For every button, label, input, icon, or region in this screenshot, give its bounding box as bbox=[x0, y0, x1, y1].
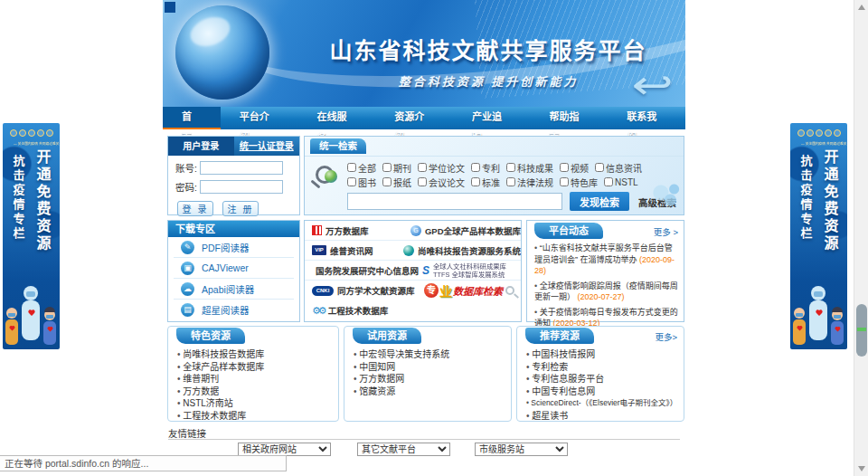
list-item[interactable]: 专利检索 bbox=[526, 361, 680, 374]
gov-websites-select[interactable]: 相关政府网站 bbox=[238, 443, 331, 456]
db-sunway[interactable]: 尚唯科技报告资源服务系统 bbox=[396, 244, 521, 257]
scroll-down-arrow-icon[interactable] bbox=[858, 466, 865, 471]
db-gpd[interactable]: G GPD全球产品样本数据库 bbox=[403, 224, 521, 237]
filter-journal[interactable]: 期刊 bbox=[382, 161, 411, 175]
list-item[interactable]: 中宏领导决策支持系统 bbox=[354, 348, 507, 361]
list-item[interactable]: 万方数据网 bbox=[354, 373, 507, 386]
recommended-resources-title[interactable]: 推荐资源 bbox=[525, 328, 594, 344]
filter-thesis[interactable]: 学位论文 bbox=[418, 161, 465, 175]
download-zone-title: 下载专区 bbox=[168, 221, 299, 237]
db-engineering[interactable]: ⚙⚙ 工程技术数据库 bbox=[305, 304, 415, 317]
db-ttfs[interactable]: S 全球人文社科科研成果库 TTFS 全球智库发展系统 bbox=[415, 262, 513, 279]
epidemic-banner-right[interactable]: — 关注国内疫情 共同渡过难关 — 抗击疫情专栏 开通免费资源 bbox=[790, 123, 847, 349]
filter-all[interactable]: 全部 bbox=[347, 161, 376, 175]
trial-resources-panel: 试用资源 中宏领导决策支持系统 中国知网 万方数据网 馆藏资源 bbox=[344, 326, 512, 422]
browser-scrollbar[interactable] bbox=[854, 0, 868, 476]
nav-item-industry-tracking[interactable]: 产业追踪 bbox=[453, 107, 531, 129]
filter-special-checkbox[interactable] bbox=[560, 177, 569, 186]
recommended-more-link[interactable]: 更多> bbox=[655, 330, 677, 343]
download-item-cajviewer[interactable]: ▣ CAJViewer bbox=[174, 258, 294, 279]
filter-all-checkbox[interactable] bbox=[347, 163, 356, 172]
tab-unified-search[interactable]: 统一检索 bbox=[310, 138, 366, 154]
filter-video[interactable]: 视频 bbox=[560, 161, 589, 175]
list-item[interactable]: 中国知网 bbox=[354, 361, 507, 374]
news-more-link[interactable]: 更多 > bbox=[654, 225, 678, 238]
nav-item-platform-intro[interactable]: 平台介绍 bbox=[221, 107, 298, 129]
list-item[interactable]: 万方数据 bbox=[177, 386, 335, 398]
news-item[interactable]: “山东省科技文献共享服务平台后台管理员培训会” 在淄博成功举办 (2020-09… bbox=[534, 243, 678, 277]
filter-special[interactable]: 特色库 bbox=[560, 176, 598, 189]
filter-newspaper-checkbox[interactable] bbox=[382, 177, 392, 186]
filter-info-checkbox[interactable] bbox=[595, 163, 604, 172]
scrollbar-thumb[interactable] bbox=[856, 304, 867, 357]
filter-conference[interactable]: 会议论文 bbox=[418, 176, 465, 189]
list-item[interactable]: 专利信息服务平台 bbox=[526, 373, 680, 386]
discover-search-button[interactable]: 发现检索 bbox=[570, 192, 629, 211]
filter-standard-checkbox[interactable] bbox=[471, 177, 480, 186]
magnifier-icon bbox=[505, 286, 514, 295]
other-platforms-select[interactable]: 其它文献平台 bbox=[357, 443, 450, 456]
db-vip[interactable]: VIP 维普资讯网 bbox=[305, 244, 396, 257]
filter-achievements[interactable]: 科技成果 bbox=[506, 161, 553, 175]
filter-newspaper[interactable]: 报纸 bbox=[382, 176, 411, 189]
list-item[interactable]: ScienceDirect-（《Elsevier电子期刊全文》） bbox=[526, 397, 680, 410]
epidemic-banner-left[interactable]: — 关注国内疫情 共同渡过难关 — 抗击疫情专栏 开通免费资源 bbox=[3, 123, 60, 349]
db-drc[interactable]: 国务院发展研究中心信息网 bbox=[305, 264, 415, 277]
download-item-chaoxing-reader[interactable]: ▤ 超星阅读器 bbox=[174, 300, 294, 320]
password-input[interactable] bbox=[200, 180, 283, 194]
list-item[interactable]: 中国科技情报网 bbox=[526, 348, 680, 361]
main-content: 山东省科技文献共享服务平台 整合科技资源 提升创新能力 ↩ 首页 平台介绍 在线… bbox=[163, 0, 685, 476]
filter-nstl[interactable]: NSTL bbox=[604, 177, 638, 187]
sunway-logo-icon bbox=[403, 245, 414, 256]
tab-unified-auth-login[interactable]: 统一认证登录 bbox=[234, 137, 300, 156]
featured-resources-title[interactable]: 特色资源 bbox=[176, 328, 245, 344]
nav-item-home[interactable]: 首页 bbox=[163, 107, 221, 129]
filter-patent-checkbox[interactable] bbox=[471, 163, 480, 172]
filter-laws[interactable]: 法律法规 bbox=[506, 176, 553, 189]
filter-video-checkbox[interactable] bbox=[560, 163, 569, 172]
list-item[interactable]: 馆藏资源 bbox=[354, 386, 507, 398]
nav-item-contact-us[interactable]: 联系我们 bbox=[608, 107, 685, 129]
list-item[interactable]: 维普期刊 bbox=[177, 373, 335, 386]
list-item[interactable]: NSTL济南站 bbox=[177, 397, 335, 410]
filter-nstl-checkbox[interactable] bbox=[604, 177, 613, 186]
list-item[interactable]: 中国专利信息网 bbox=[526, 386, 680, 398]
list-item[interactable]: 尚唯科技报告数据库 bbox=[177, 348, 335, 361]
banner-subtitle: — 关注国内疫情 共同渡过难关 — bbox=[801, 141, 836, 147]
password-label: 密码: bbox=[175, 180, 197, 194]
city-stations-select[interactable]: 市级服务站 bbox=[475, 443, 568, 456]
filter-laws-checkbox[interactable] bbox=[506, 177, 515, 186]
list-item[interactable]: 工程技术数据库 bbox=[177, 410, 335, 423]
scroll-up-arrow-icon[interactable] bbox=[858, 5, 865, 10]
db-wanfang[interactable]: 万方数据库 bbox=[305, 224, 403, 237]
filter-books-checkbox[interactable] bbox=[347, 177, 356, 186]
filter-thesis-checkbox[interactable] bbox=[418, 163, 427, 172]
cnki-logo-icon: CNKI bbox=[312, 286, 334, 296]
trial-resources-title[interactable]: 试用资源 bbox=[353, 328, 421, 344]
news-item[interactable]: 全球疫情影响跟踪周报（疫情期间每周更新一期） (2020-07-27) bbox=[534, 281, 678, 303]
filter-achievements-checkbox[interactable] bbox=[506, 163, 515, 172]
nav-item-resource-intro[interactable]: 资源介绍 bbox=[375, 107, 453, 129]
list-item[interactable]: 全球产品样本数据库 bbox=[177, 361, 335, 374]
platform-news-title[interactable]: 平台动态 bbox=[534, 223, 603, 239]
filter-patent[interactable]: 专利 bbox=[471, 161, 500, 175]
download-item-apabi-reader[interactable]: ☁ Apabi阅读器 bbox=[174, 279, 294, 300]
list-item[interactable]: 超星读书 bbox=[526, 410, 680, 423]
filter-conference-checkbox[interactable] bbox=[418, 177, 427, 186]
db-cnki[interactable]: CNKI 同方学术文献资源库 bbox=[305, 284, 415, 297]
filter-books[interactable]: 图书 bbox=[347, 176, 376, 189]
db-special-database-search[interactable]: 专 业 数据库检索 bbox=[424, 281, 514, 300]
badge-circle-icon bbox=[797, 129, 805, 137]
login-button[interactable]: 登 录 bbox=[177, 201, 213, 216]
nav-item-online-services[interactable]: 在线服务 bbox=[298, 107, 376, 129]
filter-standard[interactable]: 标准 bbox=[471, 176, 500, 189]
chaoxing-reader-icon: ▤ bbox=[181, 303, 194, 317]
download-item-pdf-reader[interactable]: ✎ PDF阅读器 bbox=[174, 237, 294, 258]
register-button[interactable]: 注 册 bbox=[222, 201, 259, 216]
account-input[interactable] bbox=[200, 161, 283, 175]
filter-journal-checkbox[interactable] bbox=[382, 163, 392, 172]
search-input[interactable] bbox=[347, 193, 562, 210]
tab-user-login[interactable]: 用户登录 bbox=[168, 137, 234, 156]
nav-item-help-guide[interactable]: 帮助指南 bbox=[531, 107, 609, 129]
filter-info[interactable]: 信息资讯 bbox=[595, 161, 642, 175]
